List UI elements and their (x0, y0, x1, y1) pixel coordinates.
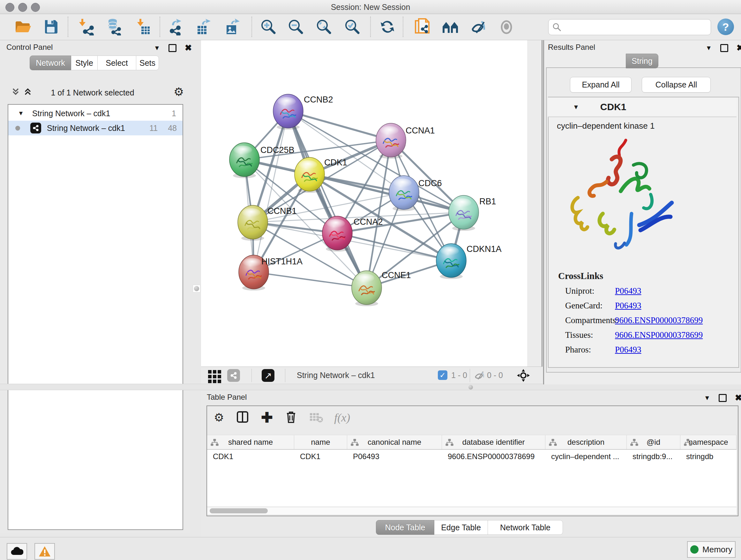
network-node-RB1[interactable]: RB1 (449, 195, 496, 231)
crosslink-link[interactable]: 9606.ENSP00000378699 (615, 315, 703, 325)
zoom-fit-button[interactable] (315, 17, 333, 37)
string-app-icon (30, 123, 41, 133)
save-button[interactable] (42, 17, 60, 37)
import-database-button[interactable] (105, 17, 123, 37)
collection-expand-icon[interactable]: ▼ (18, 110, 24, 117)
panel-close-icon[interactable]: ✖ (735, 395, 741, 401)
cloud-status-button[interactable] (7, 543, 27, 560)
column-header--id[interactable]: @id (627, 435, 680, 449)
network-status-dot (15, 126, 20, 131)
tab-style[interactable]: Style (71, 56, 98, 70)
export-image-button[interactable] (223, 17, 241, 37)
horizontal-splitter[interactable] (0, 384, 741, 390)
grid-view-icon[interactable] (208, 370, 221, 383)
warnings-button[interactable] (35, 543, 55, 560)
refresh-button[interactable] (378, 17, 397, 37)
tab-sets[interactable]: Sets (136, 56, 159, 70)
add-column-icon[interactable]: ✚ (261, 411, 273, 424)
expand-all-button[interactable]: Expand All (570, 77, 631, 92)
expand-all-networks-button[interactable] (23, 87, 32, 98)
import-network-button[interactable] (77, 17, 96, 37)
network-node-CCNB1[interactable]: CCNB1 (238, 205, 297, 241)
protein-description: cyclin–dependent kinase 1 (557, 121, 655, 131)
network-row[interactable]: String Network – cdk1 11 48 (8, 121, 183, 135)
column-header-database-identifier[interactable]: database identifier (442, 435, 545, 449)
panel-close-icon[interactable]: ✖ (185, 45, 192, 51)
tab-select[interactable]: Select (98, 56, 136, 70)
tab-network-table[interactable]: Network Table (488, 520, 563, 535)
column-header-name[interactable]: name (294, 435, 347, 449)
panel-menu-icon[interactable]: ▼ (704, 394, 711, 401)
network-view-toolbar: ↗ String Network – cdk1 ✓ 1 - 0 0 - 0 (201, 367, 542, 384)
tab-node-table[interactable]: Node Table (376, 520, 434, 535)
zoom-selected-button[interactable] (343, 17, 361, 37)
duplicate-network-button[interactable] (413, 17, 431, 37)
overview-button[interactable] (441, 17, 460, 37)
show-graphics-button[interactable] (497, 17, 516, 37)
table-tabs: Node Table Edge Table Network Table (376, 520, 563, 535)
network-edge-HIST1H1A-CCNE1[interactable] (254, 272, 367, 288)
network-node-CDK1[interactable]: CDK1 (294, 158, 347, 193)
memory-status-dot (690, 545, 698, 554)
table-row[interactable]: CDK1CDK1P064939606.ENSP00000378699cyclin… (207, 449, 737, 463)
network-node-HIST1H1A[interactable]: HIST1H1A (239, 255, 302, 291)
network-node-CCNB2[interactable]: CCNB2 (273, 94, 333, 130)
splitter-handle-dot[interactable] (468, 385, 473, 389)
tab-edge-table[interactable]: Edge Table (434, 520, 488, 535)
column-header-shared-name[interactable]: shared name (207, 435, 294, 449)
column-header-canonical-name[interactable]: canonical name (347, 435, 442, 449)
panel-float-icon[interactable] (720, 44, 728, 52)
show-columns-icon[interactable] (236, 411, 249, 425)
network-canvas[interactable]: CCNB2CCNA1CDC25BCDK1CDC6RB1CCNB1CCNA2CDK… (201, 40, 527, 367)
node-label-CCNB1: CCNB1 (267, 206, 297, 216)
panel-close-icon[interactable]: ✖ (737, 45, 741, 51)
network-node-CDKN1A[interactable]: CDKN1A (436, 244, 502, 279)
panel-menu-icon[interactable]: ▼ (154, 44, 160, 52)
hidden-counts: 0 - 0 (487, 371, 503, 380)
open-in-window-icon[interactable]: ↗ (262, 369, 274, 382)
tab-network[interactable]: Network (30, 56, 71, 70)
scrollbar-thumb[interactable] (210, 508, 268, 513)
export-network-button[interactable] (167, 17, 185, 37)
string-network-icon[interactable] (227, 369, 240, 382)
hidden-eye-slash-icon[interactable] (474, 370, 485, 382)
panel-float-icon[interactable] (169, 44, 177, 52)
crosslink-link[interactable]: P06493 (615, 301, 642, 311)
zoom-in-button[interactable] (259, 17, 278, 37)
network-edge-CCNB2-CCNA1[interactable] (288, 111, 391, 140)
collapse-all-networks-button[interactable] (11, 87, 20, 98)
search-input[interactable] (561, 22, 711, 32)
network-edge-CCNA2-CDKN1A[interactable] (337, 233, 451, 260)
collection-count: 1 (172, 109, 176, 118)
tab-string[interactable]: String (626, 54, 658, 68)
export-table-button[interactable] (194, 17, 213, 37)
memory-button[interactable]: Memory (687, 541, 736, 558)
hide-graphics-button[interactable] (469, 17, 488, 37)
selected-checkbox[interactable]: ✓ (438, 370, 448, 380)
panel-float-icon[interactable] (719, 394, 727, 402)
open-file-button[interactable] (13, 17, 32, 37)
zoom-out-button[interactable] (286, 17, 305, 37)
protein-header-row[interactable]: ▼ CDK1 (548, 98, 737, 117)
delete-column-icon[interactable] (285, 410, 297, 425)
collapse-all-button[interactable]: Collapse All (642, 77, 711, 92)
left-splitter-handle[interactable] (193, 285, 200, 293)
crosslink-link[interactable]: P06493 (615, 286, 642, 296)
column-header-description[interactable]: description (545, 435, 627, 449)
duplicate-network-icon (414, 18, 431, 36)
import-table-button[interactable] (134, 17, 152, 37)
table-horizontal-scrollbar[interactable] (207, 507, 737, 514)
protein-collapse-icon[interactable]: ▼ (573, 104, 579, 111)
crosslink-link[interactable]: P06493 (615, 345, 642, 355)
help-button[interactable]: ? (718, 18, 734, 35)
network-options-gear-icon[interactable]: ⚙ (174, 86, 184, 98)
panel-menu-icon[interactable]: ▼ (705, 44, 712, 52)
network-edge-CCNB2-HIST1H1A[interactable] (254, 111, 288, 272)
network-collection-row[interactable]: ▼ String Network – cdk1 1 (8, 106, 183, 121)
crosslink-link[interactable]: 9606.ENSP00000378699 (615, 330, 703, 340)
node-label-CCNE1: CCNE1 (382, 270, 411, 280)
table-options-gear-icon[interactable]: ⚙ (214, 412, 224, 423)
birds-eye-toggle-icon[interactable] (516, 368, 530, 384)
zoom-selected-icon (344, 18, 361, 36)
column-header-namespace[interactable]: namespace (680, 435, 737, 449)
